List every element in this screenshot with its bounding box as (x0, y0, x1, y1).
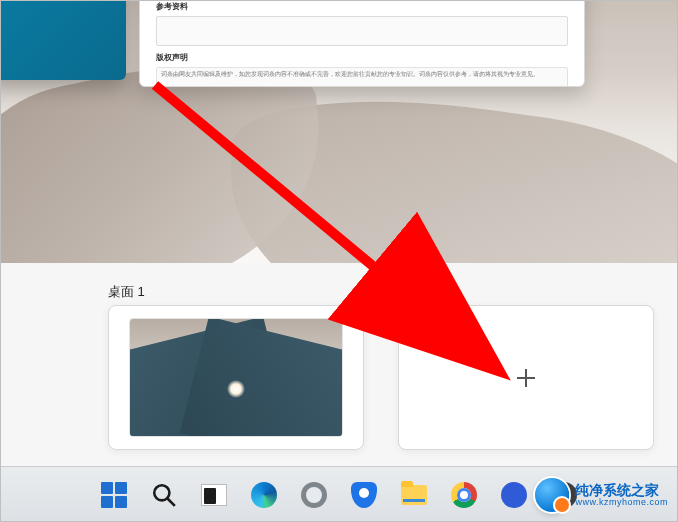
search-icon (151, 482, 177, 508)
fineprint-box: 词条由网友共同编辑及维护，如您发现词条内容不准确或不完善，欢迎您前往贡献您的专业… (156, 67, 568, 87)
desktop-1-card[interactable] (108, 305, 364, 450)
windows-icon (101, 482, 127, 508)
task-view-icon (201, 484, 227, 506)
new-desktop-card[interactable] (398, 305, 654, 450)
file-explorer-app[interactable] (393, 474, 435, 516)
active-desktop-area: 参考资料 版权声明 词条由网友共同编辑及维护，如您发现词条内容不准确或不完善，欢… (0, 0, 678, 263)
desktop-1-wallpaper (129, 318, 343, 437)
plus-icon (517, 369, 535, 387)
watermark: 纯净系统之家 www.kzmyhome.com (531, 474, 672, 516)
folder-icon (401, 485, 427, 505)
window-thumbnail[interactable] (0, 0, 126, 80)
mail-icon (501, 482, 527, 508)
section-heading: 参考资料 (156, 1, 568, 12)
shield-icon (351, 482, 377, 508)
security-app[interactable] (343, 474, 385, 516)
watermark-url: www.kzmyhome.com (575, 498, 668, 507)
mail-app[interactable] (493, 474, 535, 516)
section-heading: 版权声明 (156, 52, 568, 63)
svg-line-3 (167, 498, 174, 505)
edge-icon (251, 482, 277, 508)
settings-app[interactable] (293, 474, 335, 516)
gear-icon (301, 482, 327, 508)
search-button[interactable] (143, 474, 185, 516)
task-view-strip: 桌面 1 新建桌面 (0, 263, 678, 466)
svg-point-2 (154, 485, 169, 500)
chrome-icon (451, 482, 477, 508)
task-view-button[interactable] (193, 474, 235, 516)
watermark-logo-icon (535, 478, 569, 512)
window-thumbnail[interactable]: 参考资料 版权声明 词条由网友共同编辑及维护，如您发现词条内容不准确或不完善，欢… (139, 0, 585, 87)
watermark-title: 纯净系统之家 (575, 483, 668, 498)
desktop-1-label: 桌面 1 (108, 283, 145, 301)
textarea (156, 16, 568, 46)
edge-app[interactable] (243, 474, 285, 516)
watermark-text: 纯净系统之家 www.kzmyhome.com (575, 483, 668, 507)
start-button[interactable] (93, 474, 135, 516)
mountain-shape (180, 318, 343, 437)
window-section: 参考资料 版权声明 词条由网友共同编辑及维护，如您发现词条内容不准确或不完善，欢… (156, 1, 568, 87)
chrome-app[interactable] (443, 474, 485, 516)
new-desktop-label: 新建桌面 (398, 283, 450, 301)
